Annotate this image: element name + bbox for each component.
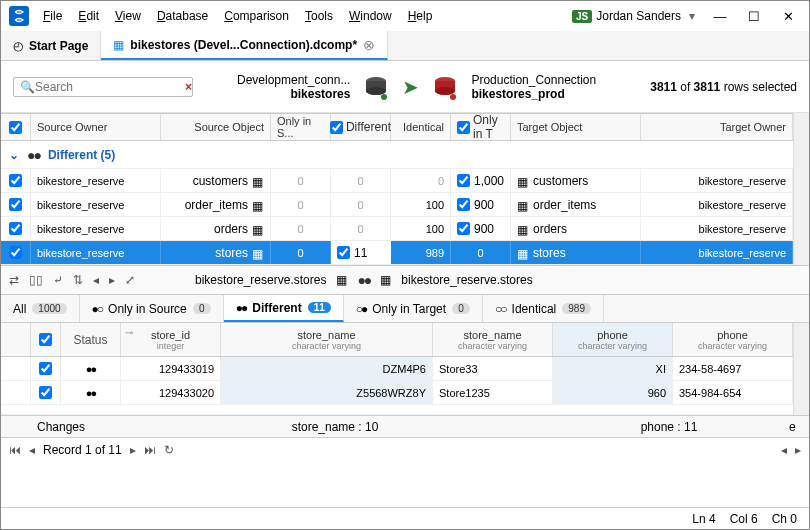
vertical-scrollbar[interactable] bbox=[793, 323, 809, 415]
col-store-id[interactable]: store_id bbox=[151, 329, 190, 341]
table-icon: ▦ bbox=[252, 175, 264, 187]
columns-icon[interactable]: ▯▯ bbox=[29, 273, 43, 287]
select-all-checkbox[interactable] bbox=[9, 121, 22, 134]
col-different-checkbox[interactable] bbox=[330, 121, 343, 134]
chevron-down-icon[interactable]: ⌄ bbox=[9, 148, 19, 162]
nav-last-icon[interactable]: ⏭ bbox=[144, 443, 156, 457]
tab-document[interactable]: ▦ bikestores (Devel...Connection).dcomp*… bbox=[101, 31, 388, 60]
filter-onlys-count: 0 bbox=[193, 303, 211, 314]
row-checkbox[interactable] bbox=[9, 198, 22, 211]
rows-selected: 3811 of 3811 rows selected bbox=[650, 80, 797, 94]
summary-extra: e bbox=[789, 420, 809, 434]
hscroll-right-icon[interactable]: ▸ bbox=[795, 443, 801, 457]
detail-row[interactable]: ●● 129433019 DZM4P6 Store33 XI 234-58-46… bbox=[1, 357, 793, 381]
record-position: Record 1 of 11 bbox=[43, 443, 122, 457]
prev-icon[interactable]: ◂ bbox=[93, 273, 99, 287]
menu-window[interactable]: Window bbox=[343, 5, 398, 27]
key-icon: ⊸ bbox=[125, 327, 133, 338]
document-icon: ▦ bbox=[113, 38, 124, 52]
detail-select-all[interactable] bbox=[39, 333, 52, 346]
window-close[interactable]: ✕ bbox=[775, 9, 801, 24]
filter-different[interactable]: ●● Different 11 bbox=[224, 295, 344, 322]
summary-row: Changes store_name : 10 phone : 11 e bbox=[1, 415, 809, 437]
hscroll-left-icon[interactable]: ◂ bbox=[781, 443, 787, 457]
target-db-name: bikestores_prod bbox=[471, 87, 564, 101]
detail-row-checkbox[interactable] bbox=[39, 386, 52, 399]
detail-row-checkbox[interactable] bbox=[39, 362, 52, 375]
col-only-target[interactable]: Only in T bbox=[473, 113, 504, 141]
expand-icon[interactable]: ⤢ bbox=[125, 273, 135, 287]
target-conn-name: Production_Connection bbox=[471, 73, 596, 87]
nav-refresh-icon[interactable]: ↻ bbox=[164, 443, 174, 457]
col-identical[interactable]: Identical bbox=[391, 114, 451, 140]
col-only-source[interactable]: Only in S... bbox=[271, 114, 331, 140]
table-icon: ▦ bbox=[252, 199, 264, 211]
group-different[interactable]: ⌄ ●● Different (5) bbox=[1, 141, 793, 169]
onlyt-checkbox[interactable] bbox=[457, 174, 470, 187]
col-status[interactable]: Status bbox=[73, 333, 107, 347]
sync-icon[interactable]: ⇄ bbox=[9, 273, 19, 287]
table-icon: ▦ bbox=[517, 223, 529, 235]
row-checkbox[interactable] bbox=[9, 174, 22, 187]
menu-database[interactable]: Database bbox=[151, 5, 214, 27]
sort-icon[interactable]: ⇅ bbox=[73, 273, 83, 287]
menu-tools[interactable]: Tools bbox=[299, 5, 339, 27]
col-onlyt-checkbox[interactable] bbox=[457, 121, 470, 134]
col-phone-tgt[interactable]: phone bbox=[717, 329, 748, 341]
window-minimize[interactable]: — bbox=[707, 9, 733, 24]
table-row[interactable]: bikestore_reserve customers▦ 0 0 0 1,000… bbox=[1, 169, 793, 193]
detail-row[interactable] bbox=[1, 405, 793, 415]
table-icon: ▦ bbox=[517, 199, 529, 211]
wrap-icon[interactable]: ⤶ bbox=[53, 273, 63, 287]
search-clear-icon[interactable]: × bbox=[185, 80, 192, 94]
menu-bar: File Edit View Database Comparison Tools… bbox=[37, 5, 572, 27]
col-store-name-tgt[interactable]: store_name bbox=[463, 329, 521, 341]
search-icon: 🔍 bbox=[20, 80, 35, 94]
filter-only-source[interactable]: ●○ Only in Source 0 bbox=[80, 295, 224, 322]
source-db-name: bikestores bbox=[290, 87, 350, 101]
nav-prev-icon[interactable]: ◂ bbox=[29, 443, 35, 457]
search-box[interactable]: 🔍 × bbox=[13, 77, 193, 97]
row-checkbox[interactable] bbox=[9, 222, 22, 235]
only-source-icon: ●○ bbox=[92, 302, 103, 316]
window-maximize[interactable]: ☐ bbox=[741, 9, 767, 24]
menu-help[interactable]: Help bbox=[402, 5, 439, 27]
col-target-object[interactable]: Target Object bbox=[511, 114, 641, 140]
filter-identical[interactable]: ○○ Identical 989 bbox=[483, 295, 604, 322]
vertical-scrollbar[interactable] bbox=[793, 113, 809, 265]
filter-all[interactable]: All 1000 bbox=[1, 295, 80, 322]
menu-view[interactable]: View bbox=[109, 5, 147, 27]
col-store-name-src[interactable]: store_name bbox=[297, 329, 355, 341]
col-phone-src[interactable]: phone bbox=[597, 329, 628, 341]
filter-only-target[interactable]: ○● Only in Target 0 bbox=[344, 295, 483, 322]
col-source-object[interactable]: Source Object bbox=[161, 114, 271, 140]
table-row[interactable]: bikestore_reserve orders▦ 0 0 100 900 ▦o… bbox=[1, 217, 793, 241]
svg-point-4 bbox=[435, 87, 455, 95]
nav-next-icon[interactable]: ▸ bbox=[130, 443, 136, 457]
col-target-owner[interactable]: Target Owner bbox=[641, 114, 793, 140]
menu-edit[interactable]: Edit bbox=[72, 5, 105, 27]
tab-close-icon[interactable]: ⊗ bbox=[363, 37, 375, 53]
row-checkbox[interactable] bbox=[9, 246, 22, 259]
table-icon: ▦ bbox=[336, 273, 347, 287]
next-icon[interactable]: ▸ bbox=[109, 273, 115, 287]
diff-dots-icon: ●● bbox=[357, 272, 370, 288]
tab-start-page[interactable]: ◴ Start Page bbox=[1, 31, 101, 60]
table-row-selected[interactable]: bikestore_reserve stores▦ 0 11 989 0 ▦st… bbox=[1, 241, 793, 265]
col-different[interactable]: Different bbox=[346, 120, 391, 134]
search-input[interactable] bbox=[35, 80, 185, 94]
different-icon: ●● bbox=[236, 301, 247, 315]
menu-comparison[interactable]: Comparison bbox=[218, 5, 295, 27]
diff-checkbox[interactable] bbox=[337, 246, 350, 259]
onlyt-checkbox[interactable] bbox=[457, 222, 470, 235]
menu-file[interactable]: File bbox=[37, 5, 68, 27]
onlyt-checkbox[interactable] bbox=[457, 198, 470, 211]
detail-row[interactable]: ●● 129433020 Z5568WRZ8Y Store1235 960 35… bbox=[1, 381, 793, 405]
user-name[interactable]: Jordan Sanders bbox=[596, 9, 681, 23]
table-row[interactable]: bikestore_reserve order_items▦ 0 0 100 9… bbox=[1, 193, 793, 217]
nav-first-icon[interactable]: ⏮ bbox=[9, 443, 21, 457]
user-menu-caret[interactable]: ▾ bbox=[689, 9, 695, 23]
grid-header: Source Owner Source Object Only in S... … bbox=[1, 113, 793, 141]
col-source-owner[interactable]: Source Owner bbox=[31, 114, 161, 140]
table-icon: ▦ bbox=[252, 223, 264, 235]
